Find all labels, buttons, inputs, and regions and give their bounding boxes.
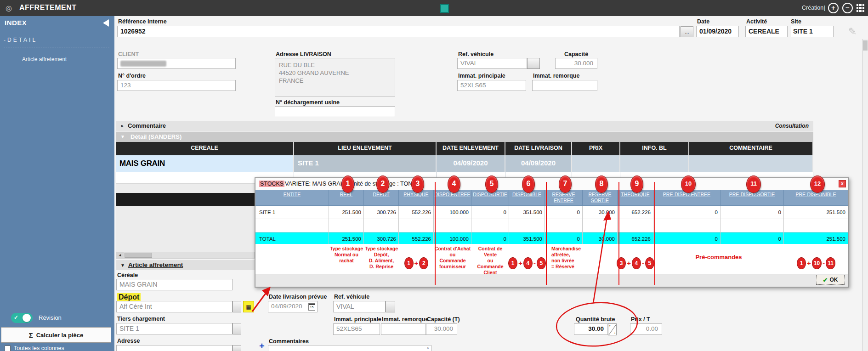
stocks-row-empty[interactable] <box>255 219 848 232</box>
capacity-t-field[interactable]: 30.000 <box>426 323 457 335</box>
ok-label: OK <box>829 277 838 283</box>
stocks-popup: STOCKS VARIETE: MAIS GRAIN (Unité de sto… <box>255 177 849 288</box>
prix-t-field[interactable]: 0.00 <box>630 323 662 335</box>
badge-4: 4 <box>448 176 460 193</box>
reference-label: Référence interne <box>118 18 167 25</box>
horizontal-scrollbar[interactable]: ◄ <box>116 252 255 259</box>
scroll-up-icon[interactable]: ∧ <box>426 346 429 350</box>
reference-field[interactable]: 1026952 <box>117 26 680 37</box>
cell-commentaire[interactable] <box>689 155 813 172</box>
client-field[interactable] <box>117 58 236 69</box>
badge-12: 12 <box>810 176 825 193</box>
quantite-brute-field[interactable]: 30.00 <box>574 323 608 335</box>
edit-pencil-icon: ✎ <box>848 26 857 38</box>
bottom-plate-main-field[interactable]: 52XLS65 <box>333 323 380 335</box>
depot-calendar-button[interactable]: ▦ <box>243 301 254 312</box>
apps-grid-icon[interactable] <box>857 4 864 12</box>
cell-prix[interactable] <box>572 155 620 172</box>
col-header-cereale[interactable]: CEREALE <box>116 142 294 155</box>
depot-field[interactable]: Aff Céré Int <box>116 301 233 312</box>
stocks-header-row: ENTITE REEL DEPOT PHYSIQUE DISPO.ENTREE … <box>255 190 848 206</box>
legend-theorique-formula: 3 + 4 - 5 <box>618 244 653 276</box>
calculate-piece-button[interactable]: Σ Calculer la pièce <box>1 327 111 343</box>
all-columns-checkbox[interactable] <box>5 345 11 351</box>
bottom-plate-main-label: Immat. principale <box>334 316 381 323</box>
cell-date-enlevement[interactable]: 04/09/2020 <box>437 155 505 172</box>
plate-trailer-field[interactable] <box>532 80 597 91</box>
sidebar-detail-label: -DETAIL <box>4 37 37 43</box>
bottom-plate-trailer-field[interactable] <box>381 323 426 335</box>
collapse-sidebar-icon[interactable] <box>103 19 109 27</box>
col-header-date-livraison[interactable]: DATE LIVRAISON <box>505 142 572 155</box>
ok-button[interactable]: ✔ OK <box>816 275 845 285</box>
toggle-knob[interactable] <box>23 314 31 322</box>
stocks-legend-row: Type stockage Normal ou rachat Type stoc… <box>255 244 848 274</box>
col-header-commentaire[interactable]: COMMENTAIRE <box>689 142 813 155</box>
vehicle-lookup-button[interactable] <box>527 58 540 69</box>
add-row-icon[interactable]: + <box>259 341 265 351</box>
order-number-field[interactable]: 123 <box>117 80 236 91</box>
site-label: Site <box>791 18 801 25</box>
col-header-lieu-enlevement[interactable]: LIEU ENLEVEMENT <box>294 142 437 155</box>
cell-entity: SITE 1 <box>255 206 329 219</box>
remove-button[interactable]: − <box>842 3 853 13</box>
col-header-prix[interactable]: PRIX <box>572 142 620 155</box>
unload-number-field[interactable] <box>275 106 395 117</box>
plate-main-field[interactable]: 52XLS65 <box>457 80 526 91</box>
redacted-client-value <box>120 61 166 67</box>
lower-grid-header <box>116 193 255 206</box>
scroll-left-icon[interactable]: ◄ <box>116 252 124 258</box>
activity-field[interactable]: CEREALE <box>745 26 788 37</box>
adresse-field[interactable] <box>116 345 233 351</box>
tiers-chargement-field[interactable]: SITE 1 <box>116 323 233 334</box>
date-livraison-prevue-field[interactable]: 04/09/2020 15 <box>268 301 318 312</box>
revision-toggle[interactable]: ✓ <box>11 313 33 323</box>
legend-depot: Type stockage Dépôt, D. Aliment, D. Repr… <box>364 244 399 276</box>
vertical-scrollbar[interactable] <box>862 39 868 351</box>
sidebar-item-article-affretement[interactable]: Article affretement <box>22 56 67 62</box>
step-up-icon: ↑ <box>609 324 611 328</box>
commentaires-textarea[interactable]: ∧ <box>268 345 431 351</box>
reference-more-button[interactable]: ... <box>681 26 693 37</box>
badge-6: 6 <box>522 176 535 193</box>
cell-info-bl[interactable] <box>620 155 689 172</box>
cell-cereale[interactable]: MAIS GRAIN <box>116 155 294 172</box>
date-field[interactable]: 01/09/2020 <box>696 26 739 37</box>
calendar-picker-icon[interactable]: 15 <box>308 303 315 311</box>
col-header-date-enlevement[interactable]: DATE ENLEVEMENT <box>437 142 505 155</box>
stocks-row-site1[interactable]: SITE 1 251.500300.726 552.226100.000 035… <box>255 206 848 219</box>
badge-10: 10 <box>681 176 696 193</box>
commentaire-section-bar[interactable]: ► Commentaire Consultation <box>116 121 813 131</box>
delivery-address-box[interactable]: RUE DU BLE 44520 GRAND AUVERNE FRANCE <box>275 58 395 96</box>
add-button[interactable]: + <box>828 3 839 13</box>
adresse-label: Adresse <box>117 338 140 344</box>
depot-lookup-button[interactable] <box>233 301 241 312</box>
cereale-field[interactable]: MAIS GRAIN <box>116 279 233 290</box>
bottom-plate-trailer-label: Immat. remorque <box>382 316 428 323</box>
scrollbar-thumb[interactable] <box>125 253 152 258</box>
cell-date-livraison[interactable]: 04/09/2020 <box>505 155 572 172</box>
detail-sanders-section-bar[interactable]: ▼ Détail (SANDERS) <box>116 132 813 142</box>
adresse-lookup-button[interactable] <box>233 345 241 351</box>
cell-lieu[interactable]: SITE 1 <box>294 155 437 172</box>
bottom-vehicle-ref-field[interactable]: VIVAL <box>333 301 386 312</box>
close-icon[interactable]: x <box>839 180 846 187</box>
app-icon: ◎ <box>6 4 12 12</box>
article-affretement-section[interactable]: ▼ Article affretement <box>116 260 255 270</box>
scrollbar-thumb[interactable] <box>863 40 868 51</box>
capacity-field[interactable]: 30.000 <box>555 58 597 69</box>
date-livraison-prevue-label: Date livraison prévue <box>269 294 327 300</box>
site-field[interactable]: SITE 1 <box>790 26 834 37</box>
vehicle-ref-field[interactable]: VIVAL <box>457 58 527 69</box>
col-header-info-bl[interactable]: INFO. BL <box>620 142 689 155</box>
stocks-row-total: TOTAL 251.500300.726 552.226100.000 0351… <box>255 232 848 245</box>
tiers-lookup-button[interactable] <box>233 323 241 334</box>
quantity-stepper[interactable]: ↑↓ <box>608 323 617 335</box>
commentaires-label: Commentaires <box>269 338 309 345</box>
legend-reserve: Marchandise affrétée, non livrée = Réser… <box>545 244 618 276</box>
capacity-t-label: Capacité (T) <box>427 316 460 323</box>
grid-data-row[interactable]: MAIS GRAIN SITE 1 04/09/2020 04/09/2020 <box>116 155 813 172</box>
bottom-vehicle-lookup-button[interactable] <box>386 301 395 312</box>
legend-physique-formula: 1 + 2 <box>399 244 434 276</box>
status-square-icon <box>440 4 449 13</box>
